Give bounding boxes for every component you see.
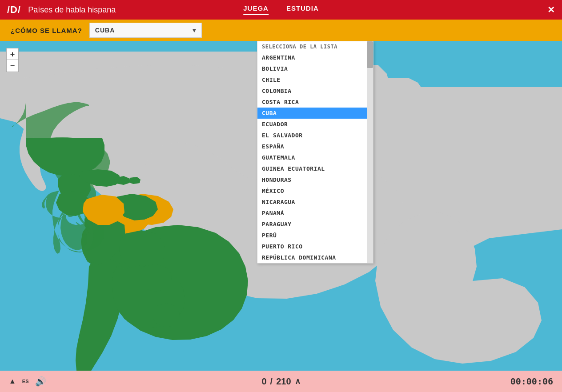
nav-estudia[interactable]: ESTUDIA: [286, 4, 319, 15]
score-separator: /: [270, 376, 273, 387]
dropdown-item[interactable]: GUATEMALA: [257, 152, 373, 163]
toolbar: ¿CÓMO SE LLAMA? SELECCIONA DE LA LISTAAR…: [0, 20, 562, 41]
dropdown-item[interactable]: GUINEA ECUATORIAL: [257, 163, 373, 174]
dropdown-item[interactable]: HONDURAS: [257, 174, 373, 185]
dropdown-item[interactable]: PANAMÁ: [257, 208, 373, 219]
zoom-in-button[interactable]: +: [7, 48, 18, 60]
map-container: + − SELECCIONA DE LA LISTAARGENTINABOLIV…: [0, 41, 562, 392]
header: /D/ Países de habla hispana JUEGA ESTUDI…: [0, 0, 562, 20]
timer-display: 00:00:06: [510, 376, 553, 387]
dropdown-item[interactable]: COSTA RICA: [257, 96, 373, 108]
main-nav: JUEGA ESTUDIA: [243, 4, 319, 15]
score-chevron-icon[interactable]: ∧: [295, 376, 301, 386]
zoom-controls: + −: [6, 48, 19, 72]
dropdown-item[interactable]: BOLIVIA: [257, 63, 373, 74]
question-label: ¿CÓMO SE LLAMA?: [11, 27, 82, 34]
bottom-bar: ▲ ES 🔊 0 / 210 ∧ 00:00:06: [0, 371, 562, 392]
dropdown-item[interactable]: CHILE: [257, 74, 373, 85]
dropdown-item[interactable]: ESPAÑA: [257, 141, 373, 152]
dropdown-item[interactable]: NICARAGUA: [257, 196, 373, 208]
dropdown-item[interactable]: SELECCIONA DE LA LISTA: [257, 41, 373, 52]
score-current: 0: [261, 376, 266, 387]
dropdown-item[interactable]: PUERTO RICO: [257, 241, 373, 252]
country-select-wrapper: SELECCIONA DE LA LISTAARGENTINABOLIVIACH…: [89, 23, 202, 38]
lang-label: ES: [22, 379, 29, 384]
close-button[interactable]: ✕: [547, 4, 555, 15]
app-logo: /D/: [7, 4, 21, 16]
dropdown-item[interactable]: REPÚBLICA DOMINICANA: [257, 252, 373, 263]
dropdown-item[interactable]: CUBA: [257, 108, 373, 119]
dropdown-item[interactable]: PARAGUAY: [257, 219, 373, 230]
zoom-out-button[interactable]: −: [7, 60, 18, 72]
nav-juega[interactable]: JUEGA: [243, 4, 269, 15]
app-title: Países de habla hispana: [28, 5, 116, 15]
score-display: 0 / 210 ∧: [261, 376, 300, 387]
speaker-icon[interactable]: 🔊: [35, 376, 46, 387]
dropdown-item[interactable]: COLOMBIA: [257, 85, 373, 96]
dropdown-item[interactable]: ECUADOR: [257, 119, 373, 130]
dropdown-item[interactable]: ARGENTINA: [257, 52, 373, 63]
country-dropdown: SELECCIONA DE LA LISTAARGENTINABOLIVIACH…: [257, 41, 373, 264]
country-select[interactable]: SELECCIONA DE LA LISTAARGENTINABOLIVIACH…: [89, 23, 202, 38]
arrow-up-icon[interactable]: ▲: [9, 377, 16, 385]
bottom-left-controls: ▲ ES 🔊: [9, 376, 46, 387]
dropdown-item[interactable]: PERÚ: [257, 230, 373, 241]
dropdown-item[interactable]: MÉXICO: [257, 185, 373, 196]
score-total: 210: [276, 376, 291, 387]
dropdown-item[interactable]: EL SALVADOR: [257, 130, 373, 141]
